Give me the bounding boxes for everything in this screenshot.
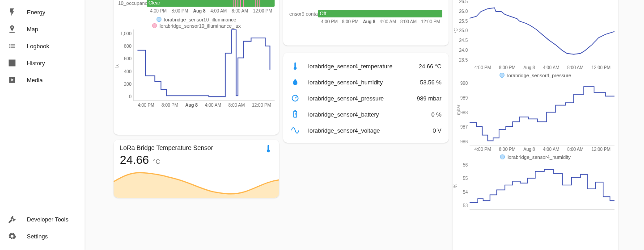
entity-value: 53.56 %: [420, 79, 441, 86]
right-temp-plot: [470, 0, 614, 64]
illuminance-legend: lorabridge_sensor10_illuminance: [118, 17, 275, 22]
entity-value: 0 V: [432, 127, 441, 134]
entity-label: lorabridge_sensor4_temperature: [308, 63, 411, 70]
y-axis-unit: lx: [114, 64, 119, 67]
right-humidity-legend: lorabridge_sensor4_humidity: [456, 154, 614, 160]
contact-state-bar: Off: [318, 10, 442, 17]
map-icon: [7, 24, 17, 34]
entity-row-pressure[interactable]: lorabridge_sensor4_pressure 989 mbar: [286, 90, 446, 106]
water-percent-icon: [290, 77, 300, 87]
right-pressure-plot: [470, 79, 614, 146]
occupancy-state-bar: Clear: [147, 0, 275, 7]
flash-icon: [7, 7, 17, 17]
illuminance-plot: [133, 29, 275, 101]
motion-sensor-card[interactable]: 10_occupancy Clear 4:00 PM8:00 PMAug 84:…: [114, 0, 279, 135]
gear-icon: [7, 231, 17, 241]
entity-row-temperature[interactable]: lorabridge_sensor4_temperature 24.66 °C: [286, 58, 446, 74]
illuminance-xticks: 4:00 PM8:00 PMAug 84:00 AM8:00 AM12:00 P…: [134, 103, 275, 108]
sidebar-item-history[interactable]: History: [0, 54, 85, 71]
entity-label: lorabridge_sensor4_voltage: [308, 127, 424, 134]
sidebar-item-settings[interactable]: Settings: [0, 228, 85, 245]
right-pressure-chart[interactable]: mbar 990989988987986: [456, 79, 614, 146]
illuminance-chart[interactable]: lx 1,0008006004002000: [118, 29, 275, 101]
contact-card-title: Closed: [289, 0, 442, 3]
history-graph-card[interactable]: lorabridge_sensor4_temperature °C 26.526…: [453, 0, 618, 250]
contact-sensor-card[interactable]: Closed ensor9 contact Off 4:00 PM8:00 PM…: [283, 0, 449, 46]
thermometer-icon: [290, 61, 300, 71]
occupancy-xticks: 4:00 PM8:00 PMAug 84:00 AM8:00 AM12:00 P…: [148, 8, 275, 13]
battery-alert-icon: [290, 109, 300, 119]
legend-dot-icon: [500, 154, 505, 159]
legend-dot-icon: [152, 23, 157, 28]
temp-card-value: 24.66 °C: [120, 153, 213, 167]
sidebar-item-developer-tools[interactable]: Developer Tools: [0, 211, 85, 228]
sidebar-item-map[interactable]: Map: [0, 21, 85, 38]
entity-row-humidity[interactable]: lorabridge_sensor4_humidity 53.56 %: [286, 74, 446, 90]
entity-value: 24.66 °C: [419, 63, 441, 70]
temp-card-title: LoRa Bridge Temperature Sensor: [120, 144, 213, 151]
entity-value: 0 %: [432, 111, 441, 118]
sine-wave-icon: [290, 125, 300, 135]
y-axis-unit: %: [453, 184, 458, 188]
chart-icon: [7, 58, 17, 68]
right-temp-xticks: 4:00 PM8:00 PMAug 84:00 AM8:00 AM12:00 P…: [470, 65, 614, 70]
sidebar-item-label: Developer Tools: [27, 216, 68, 223]
sidebar: Energy Map Logbook History Media De: [0, 0, 85, 250]
sidebar-item-label: Media: [27, 77, 42, 83]
temperature-sparkline: [114, 167, 279, 198]
temperature-sensor-card[interactable]: LoRa Bridge Temperature Sensor 24.66 °C: [114, 140, 279, 198]
list-icon: [7, 41, 17, 51]
entity-label: lorabridge_sensor4_humidity: [308, 79, 412, 86]
sidebar-item-label: Settings: [27, 233, 48, 240]
entity-row-battery[interactable]: lorabridge_sensor4_battery 0 %: [286, 106, 446, 122]
entity-row-voltage[interactable]: lorabridge_sensor4_voltage 0 V: [286, 122, 446, 138]
play-box-icon: [7, 75, 17, 85]
occupancy-history-strip[interactable]: 10_occupancy Clear: [118, 0, 275, 7]
right-humidity-yaxis: 56555453: [456, 161, 470, 210]
sidebar-item-energy[interactable]: Energy: [0, 4, 85, 21]
right-temp-chart[interactable]: °C 26.526.025.525.024.524.023.5: [456, 0, 614, 64]
sidebar-item-label: Energy: [27, 9, 45, 16]
right-pressure-xticks: 4:00 PM8:00 PMAug 84:00 AM8:00 AM12:00 P…: [470, 147, 614, 152]
sidebar-item-media[interactable]: Media: [0, 71, 85, 88]
contact-xticks: 4:00 PM8:00 PMAug 84:00 AM8:00 AM12:00 P…: [319, 19, 442, 24]
contact-label: ensor9 contact: [289, 11, 318, 17]
legend-dot-icon: [500, 73, 504, 78]
entity-value: 989 mbar: [417, 95, 441, 102]
dashboard: 10_occupancy Clear 4:00 PM8:00 PMAug 84:…: [85, 0, 644, 250]
contact-state: Off: [320, 11, 326, 16]
thermometer-icon: [264, 144, 273, 153]
right-pressure-legend: lorabridge_sensor4_pressure: [456, 73, 614, 78]
occupancy-state: Clear: [148, 0, 160, 5]
sidebar-item-label: Map: [27, 26, 38, 33]
sensor-entities-card: lorabridge_sensor4_temperature 24.66 °C …: [283, 53, 449, 143]
y-axis-unit: mbar: [456, 105, 461, 115]
entity-label: lorabridge_sensor4_pressure: [308, 95, 409, 102]
sidebar-item-logbook[interactable]: Logbook: [0, 38, 85, 54]
hammer-icon: [7, 214, 17, 224]
sidebar-item-label: History: [27, 60, 45, 67]
right-humidity-plot: [470, 161, 614, 210]
sidebar-item-label: Logbook: [27, 43, 49, 50]
entity-label: lorabridge_sensor4_battery: [308, 111, 424, 118]
legend-label: lorabridge_sensor10_illuminance: [164, 17, 236, 22]
legend-label: lorabridge_sensor10_illuminance_lux: [160, 23, 241, 29]
illuminance-yaxis: 1,0008006004002000: [118, 29, 133, 101]
occupancy-label: 10_occupancy: [118, 0, 147, 6]
y-axis-unit: °C: [453, 28, 458, 33]
legend-label: lorabridge_sensor4_pressure: [507, 73, 571, 78]
illuminance-legend-2: lorabridge_sensor10_illuminance_lux: [118, 23, 275, 29]
contact-history-strip[interactable]: ensor9 contact Off: [289, 10, 442, 17]
legend-label: lorabridge_sensor4_humidity: [508, 154, 571, 160]
legend-dot-icon: [157, 17, 161, 22]
gauge-icon: [290, 93, 300, 103]
right-humidity-chart[interactable]: % 56555453: [456, 161, 614, 210]
